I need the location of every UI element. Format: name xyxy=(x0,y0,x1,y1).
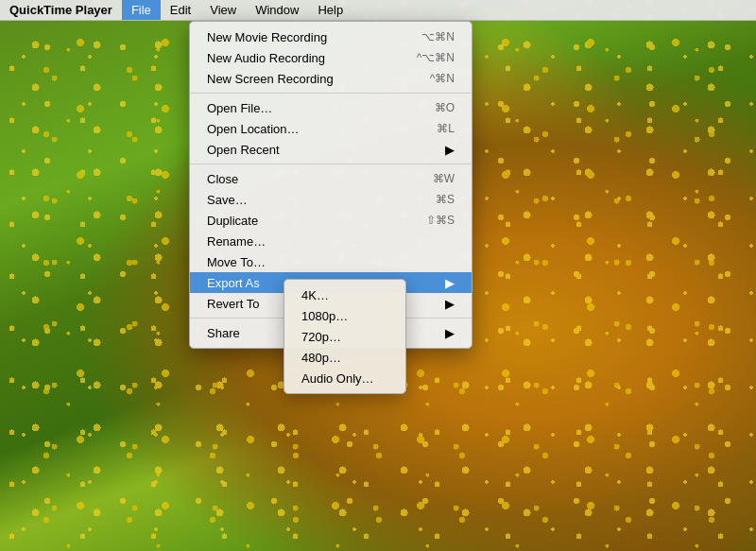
menu-new-screen-label: New Screen Recording xyxy=(207,72,334,86)
menu-open-recent-label: Open Recent xyxy=(207,143,280,157)
menu-new-audio-label: New Audio Recording xyxy=(207,51,325,65)
share-arrow-icon: ▶ xyxy=(445,326,455,340)
menu-move-to[interactable]: Move To… xyxy=(190,251,472,272)
open-recent-arrow-icon: ▶ xyxy=(445,143,455,157)
menu-save-label: Save… xyxy=(207,193,248,207)
menu-new-movie-shortcut: ⌥⌘N xyxy=(421,30,455,43)
submenu-audio-only[interactable]: Audio Only… xyxy=(284,368,405,388)
menu-close-shortcut: ⌘W xyxy=(433,172,455,185)
menu-new-movie-label: New Movie Recording xyxy=(207,30,327,44)
menu-duplicate-shortcut: ⇧⌘S xyxy=(426,214,455,227)
menu-duplicate[interactable]: Duplicate ⇧⌘S xyxy=(190,210,472,231)
menubar-view[interactable]: View xyxy=(200,0,246,20)
menu-save-shortcut: ⌘S xyxy=(436,193,455,206)
export-as-arrow-icon: ▶ xyxy=(445,276,455,290)
menubar: QuickTime Player File Edit View Window H… xyxy=(0,0,756,21)
menu-duplicate-label: Duplicate xyxy=(207,214,258,228)
menu-share-label: Share xyxy=(207,326,240,340)
menubar-app-name[interactable]: QuickTime Player xyxy=(0,0,122,20)
menu-close[interactable]: Close ⌘W xyxy=(190,168,472,189)
menubar-help[interactable]: Help xyxy=(308,0,352,20)
menu-open-file-label: Open File… xyxy=(207,101,272,115)
export-submenu: 4K… 1080p… 720p… 480p… Audio Only… xyxy=(284,279,406,394)
submenu-480p[interactable]: 480p… xyxy=(284,347,405,368)
separator-1 xyxy=(190,93,472,94)
menu-new-audio[interactable]: New Audio Recording ^⌥⌘N xyxy=(190,47,472,68)
menu-revert-to-label: Revert To xyxy=(207,297,259,311)
menu-export-as-label: Export As xyxy=(207,276,260,290)
menu-open-location[interactable]: Open Location… ⌘L xyxy=(190,118,472,139)
menu-new-movie[interactable]: New Movie Recording ⌥⌘N xyxy=(190,26,472,47)
menubar-file[interactable]: File xyxy=(122,0,161,20)
submenu-720p[interactable]: 720p… xyxy=(284,326,405,347)
revert-to-arrow-icon: ▶ xyxy=(445,297,455,311)
menu-open-location-label: Open Location… xyxy=(207,122,300,136)
menubar-edit[interactable]: Edit xyxy=(161,0,200,20)
menu-new-audio-shortcut: ^⌥⌘N xyxy=(417,51,455,64)
menu-rename[interactable]: Rename… xyxy=(190,231,472,251)
menubar-window[interactable]: Window xyxy=(246,0,308,20)
separator-2 xyxy=(190,164,472,164)
menu-rename-label: Rename… xyxy=(207,234,266,249)
menu-save[interactable]: Save… ⌘S xyxy=(190,189,472,210)
menu-new-screen[interactable]: New Screen Recording ^⌘N xyxy=(190,68,472,89)
menu-open-file-shortcut: ⌘O xyxy=(435,101,455,114)
menu-open-location-shortcut: ⌘L xyxy=(437,122,455,135)
menu-open-file[interactable]: Open File… ⌘O xyxy=(190,97,472,118)
menu-close-label: Close xyxy=(207,172,238,186)
menu-new-screen-shortcut: ^⌘N xyxy=(430,72,455,85)
submenu-4k[interactable]: 4K… xyxy=(284,284,405,305)
submenu-1080p[interactable]: 1080p… xyxy=(284,305,405,326)
menu-move-to-label: Move To… xyxy=(207,255,266,269)
menu-open-recent[interactable]: Open Recent ▶ xyxy=(190,139,472,160)
